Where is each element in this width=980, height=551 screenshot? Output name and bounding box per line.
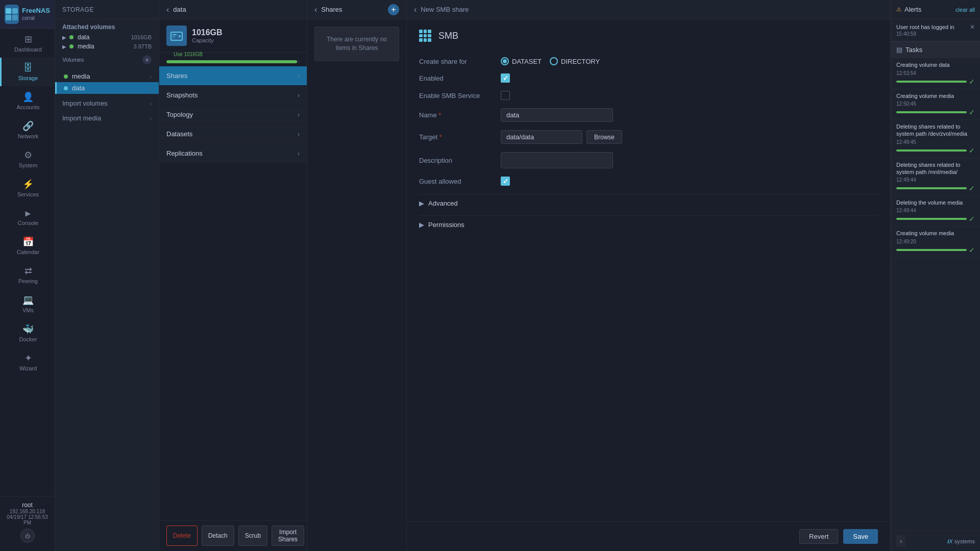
task-bar — [896, 187, 967, 189]
back-button[interactable]: ‹ — [166, 5, 169, 14]
shares-back-button[interactable]: ‹ — [314, 5, 317, 14]
task-time: 12:49:44 — [896, 208, 975, 213]
description-input[interactable] — [501, 152, 613, 168]
browse-button[interactable]: Browse — [586, 130, 622, 144]
directory-option[interactable]: DIRECTORY — [550, 57, 600, 65]
task-bar — [896, 249, 967, 251]
nav-item-services[interactable]: ⚡ Services — [0, 173, 55, 203]
chevron-right-icon: › — [298, 111, 300, 118]
datetime: 04/19/17 12:56:53 PM — [5, 514, 50, 525]
nav-item-calendar[interactable]: 📅 Calendar — [0, 231, 55, 260]
attached-volumes-label: Attached volumes — [55, 19, 159, 33]
shares-panel: ‹ Shares + There are currently no items … — [307, 0, 407, 551]
logo-area: FreeNAS corral — [0, 0, 55, 29]
volume-item-data[interactable]: data › — [55, 82, 159, 94]
smb-panel-header: ‹ New SMB share — [407, 0, 890, 19]
chevron-right-icon: › — [150, 73, 152, 80]
permissions-expandable[interactable]: ▶ Permissions — [419, 215, 878, 234]
task-bar-fill — [896, 81, 967, 83]
import-shares-button[interactable]: Import Shares — [272, 525, 304, 546]
enabled-checkbox[interactable]: ✓ — [501, 73, 510, 83]
menu-item-snapshots[interactable]: Snapshots › — [159, 86, 307, 105]
smb-back-button[interactable]: ‹ — [414, 5, 416, 14]
tasks-list: Creating volume data 12:53:54 ✓ Creating… — [891, 58, 980, 531]
description-label: Description — [419, 157, 501, 164]
import-volumes-item[interactable]: Import volumes › — [55, 96, 159, 111]
task-check-icon: ✓ — [969, 215, 975, 223]
smb-title: SMB — [438, 31, 458, 41]
enable-smb-row: Enable SMB Service — [419, 91, 878, 100]
left-navigation: FreeNAS corral ⊞ Dashboard 🗄 Storage 👤 A… — [0, 0, 55, 551]
nav-item-docker[interactable]: 🐳 Docker — [0, 318, 55, 347]
nav-item-dashboard[interactable]: ⊞ Dashboard — [0, 29, 55, 58]
empty-shares-notice: There are currently no items in Shares — [314, 27, 399, 61]
menu-item-replications[interactable]: Replications › — [159, 144, 307, 163]
shares-panel-header: ‹ Shares + — [307, 0, 406, 19]
alerts-header: ⚠ Alerts clear all — [891, 0, 980, 19]
nav-item-system[interactable]: ⚙ System — [0, 144, 55, 173]
nav-item-wizard[interactable]: ✦ Wizard — [0, 347, 55, 377]
description-row: Description — [419, 152, 878, 168]
volume-item-media[interactable]: media › — [55, 70, 159, 82]
clear-all-button[interactable]: clear all — [955, 7, 975, 13]
task-bar — [896, 149, 967, 152]
task-check-icon: ✓ — [969, 108, 975, 116]
chevron-right-icon: › — [298, 131, 300, 138]
use-bar-fill — [166, 60, 297, 63]
task-check-icon: ✓ — [969, 146, 975, 155]
data-panel: ‹ data 1016GB Capacity Use 1016GB Shares… — [159, 0, 307, 551]
dataset-option[interactable]: DATASET — [501, 57, 542, 65]
chevron-right-icon: › — [150, 101, 152, 107]
smb-form: Create share for DATASET DIRECTORY Enabl… — [407, 57, 890, 244]
guest-allowed-checkbox[interactable]: ✓ — [501, 177, 510, 186]
scrub-button[interactable]: Scrub — [238, 525, 267, 546]
advanced-expandable[interactable]: ▶ Advanced — [419, 194, 878, 212]
task-bar-wrap: ✓ — [896, 78, 975, 86]
enable-smb-checkbox[interactable] — [501, 91, 510, 100]
menu-item-shares[interactable]: Shares › — [159, 66, 307, 86]
volume-icon — [166, 26, 187, 46]
guest-allowed-label: Guest allowed — [419, 178, 501, 185]
import-media-item[interactable]: Import media › — [55, 111, 159, 126]
task-item: Deleting shares related to system path /… — [891, 120, 980, 158]
menu-item-topology[interactable]: Topology › — [159, 105, 307, 124]
delete-button[interactable]: Delete — [166, 525, 198, 546]
nav-item-vms[interactable]: 💻 VMs — [0, 289, 55, 318]
add-share-button[interactable]: + — [388, 4, 399, 15]
chevron-right-icon: › — [298, 92, 300, 99]
enabled-row: Enabled ✓ — [419, 73, 878, 83]
wizard-icon: ✦ — [24, 353, 32, 364]
vol-info: 1016GB Capacity — [192, 28, 223, 43]
directory-radio[interactable] — [550, 57, 558, 65]
create-share-for-label: Create share for — [419, 58, 501, 65]
use-bar-wrap: Use 1016GB — [159, 51, 307, 64]
nav-item-console[interactable]: ▶ Console — [0, 203, 55, 231]
power-button[interactable]: ⏻ — [20, 529, 35, 543]
alert-close-button[interactable]: ✕ — [970, 23, 975, 31]
nav-item-accounts[interactable]: 👤 Accounts — [0, 86, 55, 115]
task-time: 12:49:44 — [896, 177, 975, 183]
detach-button[interactable]: Detach — [202, 525, 234, 546]
add-volume-button[interactable]: + — [142, 55, 152, 64]
dataset-radio[interactable] — [501, 57, 509, 65]
task-text: Deleting shares related to system path /… — [896, 161, 975, 176]
expand-panel-button[interactable]: › — [896, 535, 905, 547]
task-item: Creating volume media 12:50:45 ✓ — [891, 89, 980, 120]
save-button[interactable]: Save — [843, 529, 878, 544]
menu-item-datasets[interactable]: Datasets › — [159, 124, 307, 144]
nav-item-network[interactable]: 🔗 Network — [0, 115, 55, 144]
shares-panel-title: Shares — [321, 6, 342, 13]
target-input[interactable]: data/data — [501, 130, 582, 144]
accounts-icon: 👤 — [22, 91, 34, 103]
nav-item-storage[interactable]: 🗄 Storage — [0, 58, 55, 86]
name-input[interactable]: data — [501, 108, 613, 122]
task-check-icon: ✓ — [969, 246, 975, 254]
target-label: Target * — [419, 133, 501, 141]
svg-rect-2 — [6, 15, 11, 20]
svg-point-5 — [179, 35, 181, 37]
svg-rect-1 — [12, 8, 18, 14]
expand-arrow-icon: ▶ — [62, 35, 66, 40]
guest-allowed-row: Guest allowed ✓ — [419, 177, 878, 186]
nav-item-peering[interactable]: ⇄ Peering — [0, 260, 55, 289]
revert-button[interactable]: Revert — [799, 529, 838, 544]
